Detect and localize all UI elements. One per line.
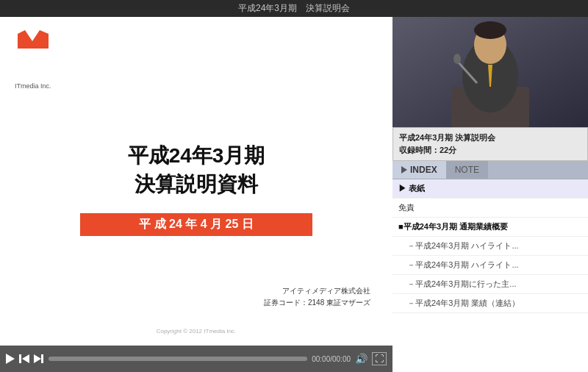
tab-index[interactable]: INDEX bbox=[392, 161, 446, 179]
itmedia-logo-icon bbox=[15, 28, 60, 56]
tabs-bar: INDEX NOTE bbox=[392, 161, 588, 179]
slide-title: 平成24年3月期 決算説明資料 bbox=[128, 141, 265, 198]
svg-point-9 bbox=[453, 54, 461, 64]
logo-subtext: ITmedia Inc. bbox=[15, 82, 60, 90]
index-list-item[interactable]: 免責 bbox=[392, 198, 588, 218]
slide-copyright: Copyright © 2012 ITmedia Inc. bbox=[157, 328, 237, 335]
index-list-item[interactable]: ■平成24年3月期 通期業績概要 bbox=[392, 218, 588, 237]
index-list-item[interactable]: －平成24年3月期 業績（連結） bbox=[392, 294, 588, 313]
fullscreen-icon: ⛶ bbox=[372, 352, 387, 365]
info-title: 平成24年3月期 決算説明会 bbox=[399, 132, 581, 143]
index-list[interactable]: ▶ 表紙免責■平成24年3月期 通期業績概要－平成24年3月期 ハイライト...… bbox=[392, 179, 588, 372]
time-display: 00:00/00:00 bbox=[312, 355, 351, 363]
title-text: 平成24年3月期 決算説明会 bbox=[238, 3, 350, 13]
index-list-item[interactable]: ▶ 表紙 bbox=[392, 179, 588, 198]
slide-date-bar: 平 成 24 年 4 月 25 日 bbox=[80, 213, 312, 236]
controls-bar: 00:00/00:00 🔊 ⛶ bbox=[0, 346, 392, 372]
slide-title-line1: 平成24年3月期 決算説明資料 bbox=[128, 141, 265, 198]
content-area: ITmedia Inc. 平成24年3月期 決算説明資料 平 成 24 年 4 … bbox=[0, 17, 588, 372]
svg-point-6 bbox=[474, 21, 506, 39]
tab-note-label: NOTE bbox=[455, 165, 479, 175]
main-container: 平成24年3月期 決算説明会 ITmedia Inc. bbox=[0, 0, 588, 372]
slide-area: ITmedia Inc. 平成24年3月期 決算説明資料 平 成 24 年 4 … bbox=[0, 17, 392, 372]
speaker-video bbox=[392, 17, 588, 127]
speaker-placeholder bbox=[392, 17, 588, 127]
tab-index-icon bbox=[401, 166, 407, 174]
index-list-item[interactable]: －平成24年3月期に行った主... bbox=[392, 275, 588, 294]
skip-back-icon bbox=[19, 354, 29, 363]
index-list-item[interactable]: －平成24年3月期 ハイライト... bbox=[392, 237, 588, 256]
skip-forward-button[interactable] bbox=[34, 354, 44, 363]
progress-bar[interactable] bbox=[49, 357, 307, 361]
tab-note[interactable]: NOTE bbox=[446, 161, 488, 179]
play-button[interactable] bbox=[6, 354, 15, 364]
index-list-item[interactable]: －平成24年3月期 ハイライト... bbox=[392, 256, 588, 275]
skip-back-button[interactable] bbox=[19, 354, 29, 363]
skip-forward-icon bbox=[34, 354, 44, 363]
play-icon bbox=[6, 354, 15, 364]
slide-company: アイティメディア株式会社 証券コード：2148 東証マザーズ bbox=[264, 285, 370, 309]
tab-index-label: INDEX bbox=[410, 165, 437, 175]
fullscreen-button[interactable]: ⛶ bbox=[372, 352, 387, 365]
volume-icon: 🔊 bbox=[355, 353, 368, 365]
speaker-image bbox=[392, 17, 588, 127]
info-section: 平成24年3月期 決算説明会 収録時間：22分 bbox=[392, 127, 588, 161]
right-panel: 平成24年3月期 決算説明会 収録時間：22分 INDEX NOTE ▶ 表紙免… bbox=[392, 17, 588, 372]
slide-main: ITmedia Inc. 平成24年3月期 決算説明資料 平 成 24 年 4 … bbox=[0, 17, 392, 346]
info-duration: 収録時間：22分 bbox=[399, 145, 581, 156]
volume-button[interactable]: 🔊 bbox=[355, 353, 368, 365]
slide-logo: ITmedia Inc. bbox=[15, 28, 60, 90]
title-bar: 平成24年3月期 決算説明会 bbox=[0, 0, 588, 17]
